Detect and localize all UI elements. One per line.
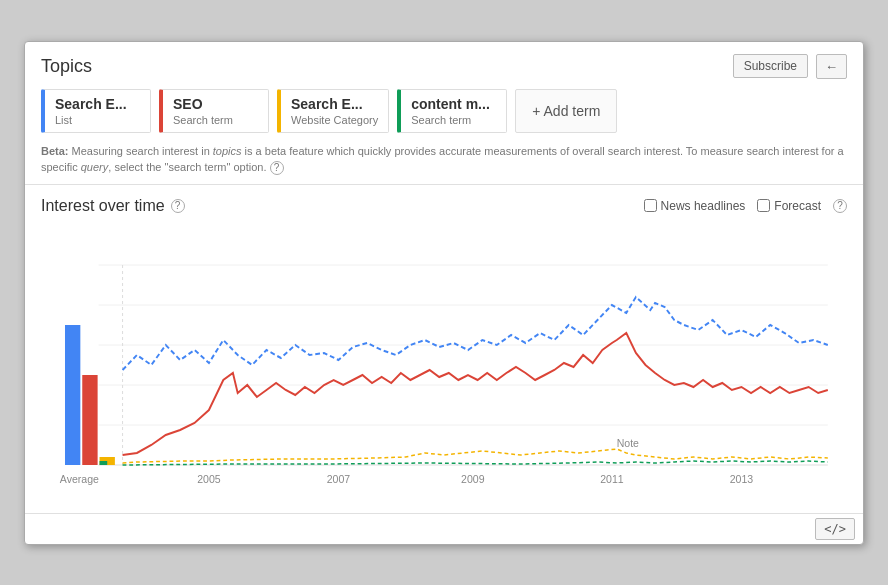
- x-label-2011: 2011: [600, 472, 623, 484]
- topics-header: Topics Subscribe ←: [41, 54, 847, 79]
- beta-help-icon[interactable]: ?: [270, 161, 284, 175]
- x-label-avg: Average: [60, 472, 99, 484]
- term-name-4: content m...: [411, 96, 496, 112]
- note-label: Note: [617, 436, 639, 448]
- term-type-4: Search term: [411, 114, 496, 126]
- svg-rect-0: [41, 225, 847, 485]
- term-pill-3[interactable]: Search E... Website Category: [277, 89, 389, 133]
- interest-header: Interest over time ? News headlines Fore…: [41, 197, 847, 215]
- interest-help-icon[interactable]: ?: [171, 199, 185, 213]
- avg-bar-green: [100, 461, 108, 465]
- forecast-checkbox[interactable]: [757, 199, 770, 212]
- term-pill-1[interactable]: Search E... List: [41, 89, 151, 133]
- share-icon: ←: [825, 59, 838, 74]
- topics-section: Topics Subscribe ← Search E... List SEO …: [25, 42, 863, 185]
- x-label-2007: 2007: [327, 472, 350, 484]
- share-button[interactable]: ←: [816, 54, 847, 79]
- header-actions: Subscribe ←: [733, 54, 847, 79]
- chart-svg: Average 2005 2007 2009 2011 2013 Note: [41, 225, 847, 505]
- term-pill-4[interactable]: content m... Search term: [397, 89, 507, 133]
- embed-icon: </>: [824, 522, 846, 536]
- beta-notice: Beta: Measuring search interest in topic…: [41, 143, 847, 176]
- term-type-3: Website Category: [291, 114, 378, 126]
- add-term-button[interactable]: + Add term: [515, 89, 617, 133]
- x-label-2005: 2005: [197, 472, 220, 484]
- term-pill-2[interactable]: SEO Search term: [159, 89, 269, 133]
- news-headlines-label: News headlines: [661, 199, 746, 213]
- forecast-checkbox-label[interactable]: Forecast: [757, 199, 821, 213]
- chart-container: Average 2005 2007 2009 2011 2013 Note: [41, 225, 847, 505]
- term-type-2: Search term: [173, 114, 258, 126]
- topics-title: Topics: [41, 56, 92, 77]
- forecast-label: Forecast: [774, 199, 821, 213]
- term-name-2: SEO: [173, 96, 258, 112]
- term-name-3: Search E...: [291, 96, 378, 112]
- term-name-1: Search E...: [55, 96, 140, 112]
- avg-bar-red: [82, 375, 97, 465]
- term-type-1: List: [55, 114, 140, 126]
- terms-row: Search E... List SEO Search term Search …: [41, 89, 847, 133]
- news-headlines-checkbox[interactable]: [644, 199, 657, 212]
- forecast-help-icon[interactable]: ?: [833, 199, 847, 213]
- footer-row: </>: [25, 513, 863, 544]
- x-label-2013: 2013: [730, 472, 753, 484]
- avg-bar-blue: [65, 325, 80, 465]
- interest-options: News headlines Forecast ?: [644, 199, 847, 213]
- embed-button[interactable]: </>: [815, 518, 855, 540]
- subscribe-button[interactable]: Subscribe: [733, 54, 808, 78]
- news-headlines-checkbox-label[interactable]: News headlines: [644, 199, 746, 213]
- interest-title-group: Interest over time ?: [41, 197, 185, 215]
- main-window: Topics Subscribe ← Search E... List SEO …: [24, 41, 864, 545]
- x-label-2009: 2009: [461, 472, 484, 484]
- interest-section: Interest over time ? News headlines Fore…: [25, 185, 863, 513]
- interest-title: Interest over time: [41, 197, 165, 215]
